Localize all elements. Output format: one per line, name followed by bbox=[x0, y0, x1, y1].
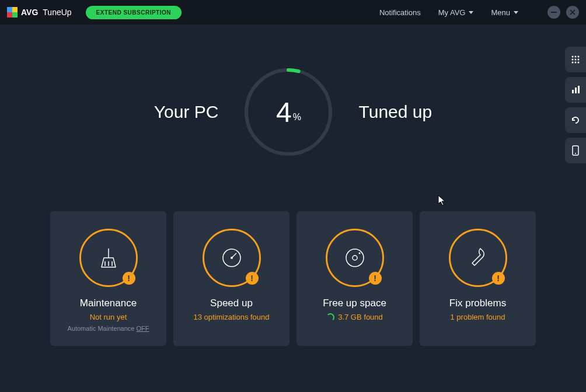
gauge-number: 4 bbox=[276, 96, 292, 128]
card-speed-up[interactable]: ! Speed up 13 optimizations found bbox=[173, 211, 289, 346]
hero-section: Your PC 4 % Tuned up bbox=[0, 65, 586, 159]
bar-chart-icon bbox=[571, 85, 580, 94]
brand-text: AVG bbox=[21, 8, 38, 17]
cards-row: ! Maintenance Not run yet Automatic Main… bbox=[0, 211, 586, 346]
side-stats-button[interactable] bbox=[565, 77, 586, 103]
svg-rect-0 bbox=[551, 12, 557, 13]
card-subtitle: 1 problem found bbox=[451, 313, 505, 321]
card-title: Free up space bbox=[323, 298, 386, 309]
grid-icon bbox=[571, 55, 580, 64]
card-free-space[interactable]: ! Free up space 3.7 GB found bbox=[297, 211, 413, 346]
gauge-value: 4 % bbox=[242, 65, 335, 159]
svg-point-4 bbox=[572, 59, 574, 61]
warning-badge-icon: ! bbox=[492, 272, 505, 285]
card-subtitle: Not run yet bbox=[90, 313, 127, 321]
card-subtitle: 13 optimizations found bbox=[193, 313, 269, 321]
close-button[interactable] bbox=[566, 6, 579, 19]
app-logo: AVG TuneUp bbox=[7, 7, 72, 18]
card-icon-wrap: ! bbox=[449, 229, 507, 287]
undo-icon bbox=[570, 115, 581, 125]
chevron-down-icon bbox=[469, 11, 473, 14]
svg-point-19 bbox=[346, 249, 364, 267]
nav-menu[interactable]: Menu bbox=[491, 8, 518, 17]
gauge-percent-symbol: % bbox=[293, 112, 301, 123]
svg-point-5 bbox=[575, 59, 577, 61]
svg-point-21 bbox=[358, 253, 360, 254]
card-icon-wrap: ! bbox=[79, 229, 138, 287]
side-undo-button[interactable] bbox=[565, 107, 586, 133]
svg-rect-12 bbox=[578, 86, 580, 93]
auto-maintenance-label: Automatic Maintenance bbox=[67, 325, 136, 332]
card-title: Maintenance bbox=[80, 298, 137, 309]
product-text: TuneUp bbox=[43, 8, 71, 17]
warning-badge-icon: ! bbox=[246, 272, 259, 285]
svg-point-2 bbox=[575, 56, 577, 58]
hero-left-text: Your PC bbox=[154, 102, 219, 122]
svg-point-9 bbox=[578, 62, 580, 64]
nav-menu-label: Menu bbox=[491, 8, 510, 17]
warning-badge-icon: ! bbox=[123, 272, 135, 285]
broom-icon bbox=[96, 245, 121, 271]
side-mobile-button[interactable] bbox=[565, 138, 586, 163]
avg-logo-icon bbox=[7, 7, 18, 18]
svg-point-1 bbox=[572, 56, 574, 58]
side-apps-button[interactable] bbox=[565, 47, 586, 72]
progress-gauge: 4 % bbox=[242, 65, 335, 159]
window-controls bbox=[547, 6, 579, 19]
card-maintenance[interactable]: ! Maintenance Not run yet Automatic Main… bbox=[50, 211, 166, 346]
warning-badge-icon: ! bbox=[369, 272, 382, 285]
cursor-icon bbox=[438, 195, 447, 206]
svg-rect-10 bbox=[572, 90, 574, 93]
auto-maintenance-toggle[interactable]: OFF bbox=[137, 325, 149, 332]
titlebar: AVG TuneUp EXTEND SUBSCRIPTION Notificat… bbox=[0, 0, 586, 24]
card-icon-wrap: ! bbox=[203, 229, 261, 287]
svg-rect-11 bbox=[575, 88, 577, 93]
minimize-button[interactable] bbox=[547, 6, 560, 19]
card-title: Fix problems bbox=[449, 298, 506, 309]
minimize-icon bbox=[551, 12, 557, 13]
nav-notifications[interactable]: Notifications bbox=[379, 8, 421, 17]
chevron-down-icon bbox=[514, 11, 518, 14]
nav-myavg[interactable]: My AVG bbox=[438, 8, 474, 17]
hero-right-text: Tuned up bbox=[358, 102, 432, 122]
card-fix-problems[interactable]: ! Fix problems 1 problem found bbox=[420, 211, 536, 346]
svg-point-7 bbox=[572, 62, 574, 64]
svg-point-14 bbox=[575, 153, 576, 154]
side-panel bbox=[565, 47, 586, 163]
close-icon bbox=[570, 9, 575, 15]
card-subtitle-text: 3.7 GB found bbox=[338, 313, 383, 321]
speedometer-icon bbox=[219, 245, 245, 271]
svg-point-3 bbox=[578, 56, 580, 58]
svg-point-6 bbox=[578, 59, 580, 61]
svg-point-18 bbox=[231, 257, 233, 259]
svg-point-20 bbox=[353, 256, 357, 260]
mobile-icon bbox=[572, 145, 579, 156]
card-extra: Automatic Maintenance OFF bbox=[67, 325, 149, 332]
wrench-icon bbox=[465, 245, 491, 271]
nav-notifications-label: Notifications bbox=[379, 8, 421, 17]
svg-point-8 bbox=[575, 62, 577, 64]
card-subtitle: 3.7 GB found bbox=[326, 313, 383, 321]
extend-subscription-button[interactable]: EXTEND SUBSCRIPTION bbox=[86, 6, 182, 19]
card-icon-wrap: ! bbox=[326, 229, 384, 287]
card-title: Speed up bbox=[210, 298, 253, 309]
disk-icon bbox=[342, 245, 368, 271]
nav-myavg-label: My AVG bbox=[438, 8, 466, 17]
spinner-icon bbox=[326, 313, 334, 321]
top-nav: Notifications My AVG Menu bbox=[379, 6, 579, 19]
